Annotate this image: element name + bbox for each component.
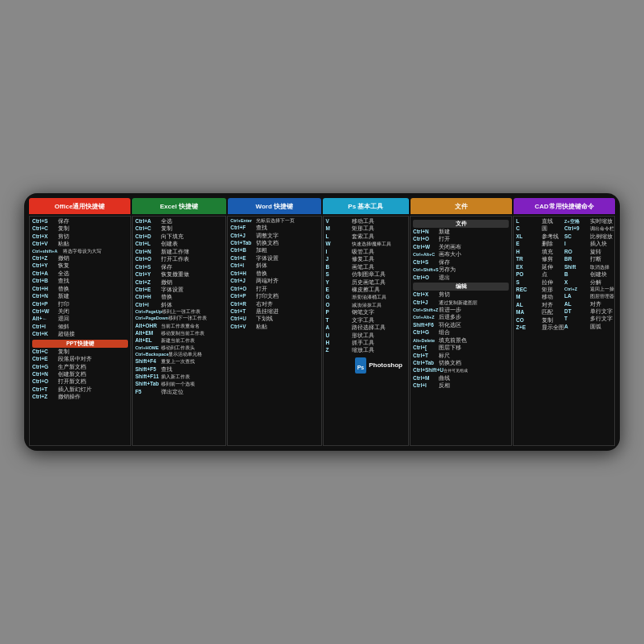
list-item: T多行文字 xyxy=(564,316,614,322)
list-item: Ctrl+Z撤销 xyxy=(135,279,223,286)
list-item: W快速选择/魔棒工具 xyxy=(326,241,406,247)
list-item: Ctrl+V粘贴 xyxy=(32,241,128,247)
list-item: E橡皮擦工具 xyxy=(326,287,406,293)
list-item: B创建块 xyxy=(564,271,614,278)
list-item: Ctrl+Y恢复撤重做 xyxy=(135,271,223,278)
excel-header: Excel 快捷键 xyxy=(132,198,225,214)
office-section: Ctrl+S保存 Ctrl+C复制 Ctrl+X剪切 Ctrl+V粘贴 Ctrl… xyxy=(29,216,131,446)
list-item: F5弹出定位 xyxy=(135,389,223,395)
content-row: Ctrl+S保存 Ctrl+C复制 Ctrl+X剪切 Ctrl+V粘贴 Ctrl… xyxy=(29,216,615,446)
list-item: Ctrl+M曲线 xyxy=(413,375,509,382)
list-item: Ctrl+K超链接 xyxy=(32,331,128,337)
list-item: Ctrl+J两端对齐 xyxy=(230,278,318,284)
list-item: Ctrl+I斜体 xyxy=(230,262,318,269)
list-item: Ctrl+N新建 xyxy=(413,229,509,235)
list-item: S拉伸 xyxy=(516,279,564,286)
list-item: Ctrl+Y恢复 xyxy=(32,262,128,269)
list-item: Ctrl+U下划线 xyxy=(230,316,318,322)
list-item: A路径选择工具 xyxy=(326,324,406,331)
list-item: B画笔工具 xyxy=(326,264,406,270)
list-item: Ctrl+O退出 xyxy=(413,275,509,281)
list-item: Ctrl+C复制 xyxy=(32,225,128,232)
list-item: Shift+F6羽化选区 xyxy=(413,322,509,328)
list-item: Ctrl+X剪切 xyxy=(32,233,128,240)
list-item: Ctrl+N创建新文档 xyxy=(32,371,128,378)
list-item: Ctrl+B查找 xyxy=(32,278,128,284)
list-item: Ctrl+N新建 xyxy=(32,293,128,299)
ps-brand: Ps Photoshop xyxy=(326,356,406,375)
list-item: V移动工具 xyxy=(326,218,406,225)
wen-body: 文件 Ctrl+N新建 Ctrl+O打开 Ctrl+W关闭画布 Ctrl+Alt… xyxy=(411,217,511,445)
list-item: I插入块 xyxy=(564,241,614,247)
list-item: Ctrl+H替换 xyxy=(32,286,128,292)
header-row: Office通用快捷键 Excel 快捷键 Word 快捷键 Ps 基本工具 文… xyxy=(29,198,615,214)
wen-section: 文件 Ctrl+N新建 Ctrl+O打开 Ctrl+W关闭画布 Ctrl+Alt… xyxy=(410,216,512,446)
ppt-header: PPT快捷键 xyxy=(32,340,128,348)
list-item: M移动 xyxy=(516,294,564,300)
list-item: Alt+EL新建当前工作表 xyxy=(135,337,223,344)
list-item: Ctrl+PageUp移到上一张工作表 xyxy=(135,309,223,315)
list-item: Ctrl+E段落居中对齐 xyxy=(32,356,128,362)
office-body: Ctrl+S保存 Ctrl+C复制 Ctrl+X剪切 Ctrl+V粘贴 Ctrl… xyxy=(30,217,130,445)
list-item: I吸管工具 xyxy=(326,249,406,255)
list-item: Ctrl+G组合 xyxy=(413,329,509,336)
ps-logo: Ps xyxy=(355,357,367,374)
list-item: Ctrl+Z返回上一操作 xyxy=(564,287,614,292)
wen-header: 文件 xyxy=(411,198,512,214)
list-item: Ctrl+G生产新文档 xyxy=(32,364,128,370)
mousepad: Office通用快捷键 Excel 快捷键 Word 快捷键 Ps 基本工具 文… xyxy=(24,193,620,451)
list-item: Ctrl+Alt+Z后退多步 xyxy=(413,314,509,320)
list-item: Ctrl+Backspace显示活动单元格 xyxy=(135,352,223,357)
list-item: Ctrl+Shift+S另存为 xyxy=(413,266,509,273)
word-header: Word 快捷键 xyxy=(228,198,321,214)
list-item: SC比例缩放 xyxy=(564,233,614,240)
list-item: Alt+EM移动复制当前工作表 xyxy=(135,330,223,336)
list-item: Ctrl+Shift+Z前进一步 xyxy=(413,307,509,313)
list-item: Ctrl+T悬挂缩进 xyxy=(230,308,318,315)
list-item: Ctrl+Z撤销 xyxy=(32,255,128,262)
list-item: TR修剪 xyxy=(516,256,564,262)
list-item: Shift+F4重复上一次查找 xyxy=(135,358,223,365)
list-item: Alt+←退回 xyxy=(32,316,128,322)
list-item: Ctrl+W关闭 xyxy=(32,308,128,315)
list-item: X分解 xyxy=(564,279,614,286)
list-item: Ctrl+P打印 xyxy=(32,301,128,308)
office-header: Office通用快捷键 xyxy=(29,198,130,214)
list-item: Ctrl+R右对齐 xyxy=(230,301,318,308)
list-item: Ctrl+E字体设置 xyxy=(135,287,223,293)
list-item: Ctrl+shift+A将选字母设为大写 xyxy=(32,249,128,254)
list-item: Ctrl+Tab切换文档 xyxy=(230,240,318,246)
list-item: Ctrl+C复制 xyxy=(32,349,128,355)
list-item: O减淡/涂抹工具 xyxy=(326,302,406,308)
list-item: A圆弧 xyxy=(564,324,614,330)
list-item: BR打断 xyxy=(564,256,614,262)
list-item: E删除 xyxy=(516,241,564,247)
list-item: Alt+OHR当前工作表重命名 xyxy=(135,323,223,329)
list-item: Ctrl+I反相 xyxy=(413,382,509,389)
list-item: Ctrl+J调整文字 xyxy=(230,233,318,239)
list-item: Ctrl+N新建工作簿 xyxy=(135,249,223,255)
list-item: PO点 xyxy=(516,271,564,278)
excel-section: Ctrl+A全选 Ctrl+C复制 Ctrl+D向下填充 Ctrl+L创建表 C… xyxy=(132,216,226,446)
list-item: C圆 xyxy=(516,225,564,232)
list-item: LA图层管理器 xyxy=(564,293,614,299)
list-item: Ctrl+H替换 xyxy=(230,270,318,277)
list-item: H抓手工具 xyxy=(326,340,406,346)
list-item: S仿制图章工具 xyxy=(326,271,406,278)
list-item: Ctrl+I倾斜 xyxy=(32,324,128,330)
list-item: RO旋转 xyxy=(564,249,614,255)
list-item: Ctrl+T插入新幻灯片 xyxy=(32,386,128,393)
list-item: L直线 xyxy=(516,218,564,225)
word-section: Ctrl+Enter光标后选择下一页 Ctrl+F查找 Ctrl+J调整文字 C… xyxy=(227,216,321,446)
list-item: Ctrl+PageDown移到下一张工作表 xyxy=(135,316,223,321)
list-item: Ctrl+A全选 xyxy=(32,270,128,277)
list-item: Shift+F5查找 xyxy=(135,366,223,373)
list-item: U形状工具 xyxy=(326,332,406,339)
list-item: MA匹配 xyxy=(516,309,564,316)
list-item: Ctrl+HOME移动到工作表头 xyxy=(135,345,223,351)
ps-body: V移动工具 M矩形工具 L套索工具 W快速选择/魔棒工具 I吸管工具 J修复工具… xyxy=(324,217,408,445)
list-item: M矩形工具 xyxy=(326,225,406,232)
list-item: Ctrl+J通过复制新建图层 xyxy=(413,299,509,306)
list-item: Ctrl+C复制 xyxy=(135,225,223,232)
list-item: EX延伸 xyxy=(516,264,564,270)
